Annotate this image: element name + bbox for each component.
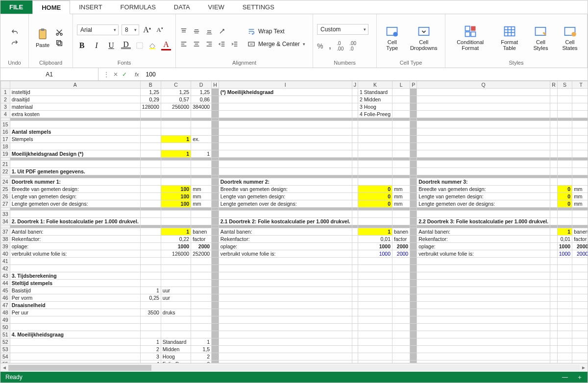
cell-B15[interactable] xyxy=(140,121,161,128)
col-header-T[interactable]: T xyxy=(572,81,588,89)
row-header-2[interactable]: 2 xyxy=(1,96,10,103)
cell-T18[interactable] xyxy=(572,143,588,150)
cell-P47[interactable] xyxy=(410,302,417,309)
cell-A27[interactable]: Lengte gemeten over de designs: xyxy=(10,200,140,208)
bold-icon[interactable]: B xyxy=(77,41,87,50)
cell-I48[interactable] xyxy=(219,309,352,316)
cell-H27[interactable] xyxy=(212,200,219,208)
cell-T45[interactable] xyxy=(572,287,588,294)
cell-D42[interactable] xyxy=(191,265,212,272)
cell-P17[interactable] xyxy=(410,136,417,143)
cell-C44[interactable] xyxy=(161,280,191,287)
cell-R37[interactable] xyxy=(550,228,558,236)
cell-I38[interactable]: Rekenfactor: xyxy=(219,236,352,243)
cell-D18[interactable] xyxy=(191,143,212,150)
zoom-in-icon[interactable]: ＋ xyxy=(577,373,583,382)
cell-B41[interactable] xyxy=(140,258,161,265)
cell-L4[interactable] xyxy=(392,111,410,118)
cell-A37[interactable]: Aantal banen: xyxy=(10,228,140,236)
horizontal-scrollbar[interactable]: ◄ ► xyxy=(0,363,588,372)
cell-P21[interactable] xyxy=(410,161,417,168)
cell-H48[interactable] xyxy=(212,309,219,316)
cell-H15[interactable] xyxy=(212,121,219,128)
cell-L2[interactable] xyxy=(392,96,410,103)
cell-H33[interactable] xyxy=(212,211,219,218)
cell-L42[interactable] xyxy=(392,265,410,272)
cell-C2[interactable]: 0,57 xyxy=(161,96,191,103)
cell-B37[interactable] xyxy=(140,228,161,236)
cell-R46[interactable] xyxy=(550,294,558,302)
cell-I18[interactable] xyxy=(219,143,352,150)
cell-D40[interactable]: 252000 xyxy=(191,250,212,258)
cell-D15[interactable] xyxy=(191,121,212,128)
cell-H22[interactable] xyxy=(212,168,219,175)
cell-T21[interactable] xyxy=(572,161,588,168)
cell-D2[interactable]: 0,86 xyxy=(191,96,212,103)
col-header-R[interactable]: R xyxy=(550,81,558,89)
cell-S55[interactable] xyxy=(557,360,572,363)
cell-R1[interactable] xyxy=(550,89,558,96)
cell-I52[interactable] xyxy=(219,338,352,346)
cell-B43[interactable] xyxy=(140,272,161,280)
cell-Q16[interactable] xyxy=(417,128,550,136)
cell-B50[interactable] xyxy=(140,324,161,331)
cell-Q3[interactable] xyxy=(417,103,550,111)
cell-B33[interactable] xyxy=(140,211,161,218)
cell-L54[interactable] xyxy=(392,353,410,360)
cell-P41[interactable] xyxy=(410,258,417,265)
cell-P54[interactable] xyxy=(410,353,417,360)
cell-D21[interactable] xyxy=(191,161,212,168)
cell-Q18[interactable] xyxy=(417,143,550,150)
cell-C24[interactable] xyxy=(161,178,191,186)
cell-H55[interactable] xyxy=(212,360,219,363)
format-table-button[interactable]: Format Table xyxy=(494,23,525,53)
cell-R34[interactable] xyxy=(550,218,558,225)
cell-A44[interactable]: Steltijd stempels xyxy=(10,280,140,287)
row-header-24[interactable]: 24 xyxy=(1,178,10,186)
row-header-22[interactable]: 22 xyxy=(1,168,10,175)
cell-R2[interactable] xyxy=(550,96,558,103)
cell-Q55[interactable] xyxy=(417,360,550,363)
cell-S52[interactable] xyxy=(557,338,572,346)
cell-K41[interactable] xyxy=(358,258,392,265)
cell-T50[interactable] xyxy=(572,324,588,331)
cell-D24[interactable] xyxy=(191,178,212,186)
tab-data[interactable]: DATA xyxy=(165,0,199,14)
cell-T22[interactable] xyxy=(572,168,588,175)
cell-K55[interactable] xyxy=(358,360,392,363)
cell-D53[interactable]: 1,5 xyxy=(191,346,212,353)
cell-H54[interactable] xyxy=(212,353,219,360)
cell-C50[interactable] xyxy=(161,324,191,331)
cell-D50[interactable] xyxy=(191,324,212,331)
cell-T4[interactable] xyxy=(572,111,588,118)
cell-S48[interactable] xyxy=(557,309,572,316)
cell-P44[interactable] xyxy=(410,280,417,287)
row-header-18[interactable]: 18 xyxy=(1,143,10,150)
cell-P4[interactable] xyxy=(410,111,417,118)
col-header-Q[interactable]: Q xyxy=(417,81,550,89)
cell-L22[interactable] xyxy=(392,168,410,175)
cell-K44[interactable] xyxy=(358,280,392,287)
cell-R27[interactable] xyxy=(550,200,558,208)
cell-R18[interactable] xyxy=(550,143,558,150)
tab-file[interactable]: FILE xyxy=(0,0,32,14)
cell-T49[interactable] xyxy=(572,316,588,324)
row-header-26[interactable]: 26 xyxy=(1,193,10,200)
cell-A46[interactable]: Per vorm xyxy=(10,294,140,302)
row-header-46[interactable]: 46 xyxy=(1,294,10,302)
grow-font-icon[interactable]: A▴ xyxy=(142,25,152,34)
cell-L48[interactable] xyxy=(392,309,410,316)
cell-C47[interactable] xyxy=(161,302,191,309)
cell-R55[interactable] xyxy=(550,360,558,363)
cell-S18[interactable] xyxy=(557,143,572,150)
cell-C39[interactable]: 1000 xyxy=(161,243,191,250)
cell-A22[interactable]: 1. Uit PDF gemeten gegevens. xyxy=(10,168,140,175)
cell-Q50[interactable] xyxy=(417,324,550,331)
cell-J33[interactable] xyxy=(352,211,358,218)
cell-A55[interactable] xyxy=(10,360,140,363)
cell-P24[interactable] xyxy=(410,178,417,186)
cell-A40[interactable]: verbruikt volume folie is: xyxy=(10,250,140,258)
cell-B51[interactable] xyxy=(140,331,161,338)
cell-C40[interactable]: 126000 xyxy=(161,250,191,258)
cell-S25[interactable]: 0 xyxy=(557,186,572,193)
